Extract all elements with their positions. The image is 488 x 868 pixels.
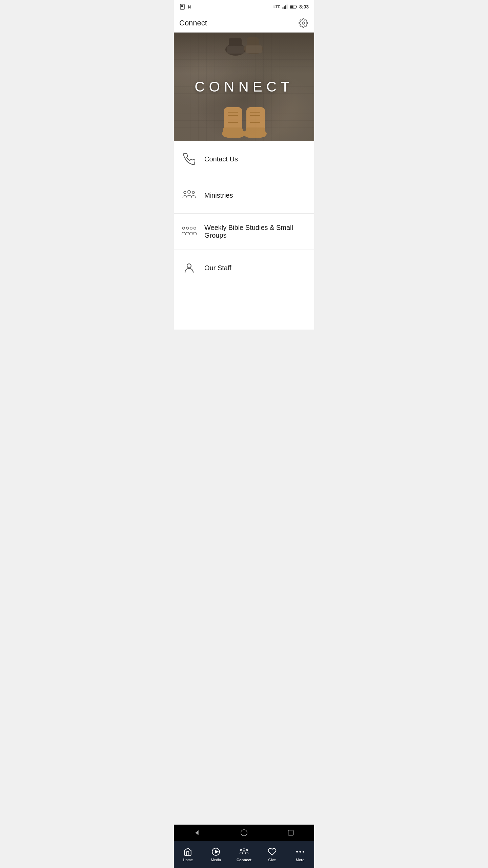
bible-studies-item[interactable]: Weekly Bible Studies & Small Groups [174,214,314,250]
home-nav-label: Home [183,858,193,862]
our-staff-item[interactable]: Our Staff [174,250,314,286]
ministries-icon [181,187,198,204]
status-bar: N LTE 8:03 [174,0,314,14]
nav-media[interactable]: Media [202,841,230,868]
svg-rect-4 [284,6,285,9]
svg-rect-13 [227,46,244,54]
svg-rect-6 [287,4,288,9]
hero-banner: CONNECT [174,33,314,141]
lte-label: LTE [273,5,280,9]
svg-rect-1 [181,5,183,7]
shoes-decoration [210,36,278,73]
svg-point-35 [186,227,189,229]
our-staff-label: Our Staff [204,264,231,272]
play-nav-icon [211,847,221,856]
phone-icon [181,151,198,167]
svg-point-45 [240,849,242,851]
svg-rect-9 [290,5,293,8]
give-nav-label: Give [268,858,276,862]
svg-rect-26 [246,127,265,137]
svg-point-40 [241,830,247,836]
svg-marker-39 [196,830,199,835]
nav-home[interactable]: Home [174,841,202,868]
svg-point-37 [194,227,196,229]
svg-rect-16 [246,45,262,53]
tan-shoes-decoration [214,94,274,138]
nav-more[interactable]: More [286,841,314,868]
contact-us-label: Contact Us [204,155,238,163]
svg-point-34 [183,227,185,229]
status-bar-left: N [179,4,194,10]
media-nav-label: Media [211,858,221,862]
heart-nav-icon [267,847,277,856]
android-nav-bar [174,825,314,841]
recent-button[interactable] [286,828,296,838]
svg-rect-8 [296,6,297,8]
svg-point-49 [302,851,304,852]
menu-list: Contact Us Ministries [174,141,314,330]
svg-point-48 [299,851,301,852]
home-button[interactable] [239,828,249,838]
back-icon [194,829,201,836]
svg-point-10 [302,22,305,24]
svg-point-38 [187,264,191,268]
nav-give[interactable]: Give [258,841,286,868]
time-display: 8:03 [299,4,309,9]
svg-text:N: N [188,5,191,9]
more-nav-label: More [296,858,304,862]
svg-point-33 [192,191,195,194]
groups-icon [181,223,198,240]
settings-button[interactable] [298,18,309,28]
svg-point-36 [190,227,192,229]
svg-rect-5 [285,5,286,9]
battery-icon [290,5,297,9]
n-icon: N [187,4,194,10]
ministries-item[interactable]: Ministries [174,177,314,214]
back-button[interactable] [192,828,202,838]
recent-icon [287,829,294,836]
svg-rect-3 [283,7,284,9]
nav-connect[interactable]: Connect [230,841,258,868]
svg-point-32 [184,191,186,194]
contact-us-item[interactable]: Contact Us [174,141,314,177]
svg-point-44 [243,849,245,850]
svg-point-31 [188,191,190,193]
svg-marker-43 [215,850,218,853]
page-title: Connect [179,19,207,27]
home-circle-icon [240,829,248,836]
connect-nav-icon [239,847,249,856]
signal-icon [282,4,288,9]
svg-point-46 [246,849,247,851]
svg-rect-41 [288,830,293,835]
hero-title: CONNECT [195,79,293,95]
ministries-label: Ministries [204,192,233,199]
header: Connect [174,14,314,33]
svg-rect-19 [223,127,243,137]
more-nav-icon [296,847,305,856]
bottom-navigation: Home Media Connect [174,841,314,868]
home-nav-icon [183,847,192,856]
bible-studies-label: Weekly Bible Studies & Small Groups [204,224,307,239]
gear-icon [299,18,308,28]
connect-nav-label: Connect [237,858,251,862]
sim-icon [179,4,185,10]
person-icon [181,259,198,276]
status-bar-right: LTE 8:03 [273,4,309,9]
svg-point-47 [296,851,298,852]
